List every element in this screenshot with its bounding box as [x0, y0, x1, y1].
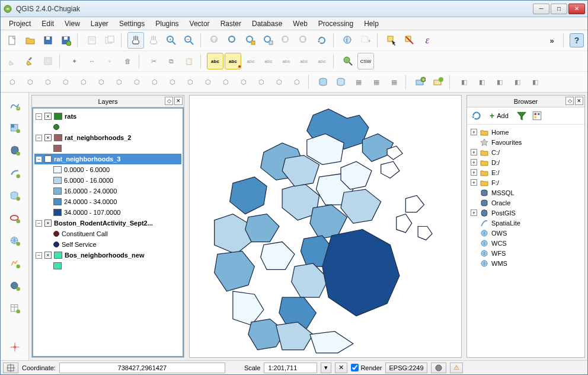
- maximize-button[interactable]: □: [551, 4, 567, 14]
- misc-3[interactable]: ◧: [491, 74, 508, 90]
- digitize-6[interactable]: ⬡: [93, 74, 110, 90]
- scale-lock-button[interactable]: ✕: [335, 363, 347, 373]
- browser-item[interactable]: +PostGIS: [468, 208, 583, 218]
- menu-settings[interactable]: Settings: [114, 18, 149, 29]
- add-wms-layer-button[interactable]: [5, 231, 24, 250]
- browser-panel-close-button[interactable]: ✕: [575, 97, 583, 105]
- zoom-last-button[interactable]: [278, 32, 295, 49]
- menu-vector[interactable]: Vector: [185, 18, 215, 29]
- add-vector-layer-button[interactable]: +: [5, 96, 24, 115]
- menu-help[interactable]: Help: [359, 18, 384, 29]
- browser-item[interactable]: WMS: [468, 258, 583, 268]
- messages-button[interactable]: ⚠: [450, 363, 463, 373]
- layer-visibility-checkbox[interactable]: ×: [44, 252, 52, 259]
- layer-row[interactable]: −×Boston_RodentActivity_Sept2...: [34, 218, 181, 228]
- browser-toggle-icon[interactable]: +: [471, 159, 477, 166]
- browser-item[interactable]: WCS: [468, 238, 583, 248]
- add-layer-2[interactable]: [430, 74, 446, 90]
- toolbar-overflow-button[interactable]: »: [544, 32, 560, 49]
- add-wcs-layer-button[interactable]: [5, 254, 24, 273]
- label-tool-4[interactable]: abc: [260, 53, 277, 69]
- misc-2[interactable]: ◧: [474, 74, 490, 90]
- help-button[interactable]: ?: [570, 33, 584, 47]
- layer-class-row[interactable]: 24.0000 - 34.0000: [52, 196, 181, 207]
- tree-toggle-icon[interactable]: −: [36, 113, 42, 120]
- browser-toggle-icon[interactable]: +: [471, 149, 477, 155]
- zoom-next-button[interactable]: [296, 32, 312, 49]
- browser-item[interactable]: Oracle: [468, 198, 583, 208]
- coordinate-field[interactable]: 738427,2961427: [59, 363, 225, 373]
- menu-edit[interactable]: Edit: [37, 18, 59, 29]
- menu-processing[interactable]: Processing: [314, 18, 358, 29]
- zoom-in-button[interactable]: +: [163, 32, 180, 49]
- node-tool-button[interactable]: ◦: [101, 53, 118, 69]
- toggle-extents-button[interactable]: [3, 363, 18, 373]
- layers-panel-close-button[interactable]: ✕: [174, 97, 183, 105]
- browser-item[interactable]: +D:/: [468, 157, 583, 167]
- misc-1[interactable]: ◧: [456, 74, 472, 90]
- digitize-4[interactable]: ⬡: [57, 74, 74, 90]
- current-edits-button[interactable]: [4, 53, 21, 69]
- db-1[interactable]: [315, 74, 331, 90]
- browser-collapse-button[interactable]: [531, 110, 543, 122]
- toggle-editing-button[interactable]: [22, 53, 39, 69]
- browser-item[interactable]: +F:/: [468, 177, 583, 188]
- digitize-2[interactable]: ⬡: [22, 74, 39, 90]
- tree-toggle-icon[interactable]: −: [36, 220, 42, 227]
- save-layer-edits-button[interactable]: [40, 53, 56, 69]
- browser-item[interactable]: +Home: [468, 127, 583, 137]
- menu-plugins[interactable]: Plugins: [151, 18, 183, 29]
- refresh-button[interactable]: [314, 32, 330, 49]
- digitize-5[interactable]: ⬡: [75, 74, 92, 90]
- zoom-out-button[interactable]: −: [181, 32, 197, 49]
- add-postgis-layer-button[interactable]: [5, 141, 24, 160]
- new-project-button[interactable]: [4, 32, 21, 49]
- label-tool-7[interactable]: abc: [314, 53, 330, 69]
- digitize-15[interactable]: ⬡: [253, 74, 270, 90]
- digitize-8[interactable]: ⬡: [129, 74, 145, 90]
- digitize-9[interactable]: ⬡: [146, 74, 163, 90]
- save-project-button[interactable]: [40, 32, 56, 49]
- digitize-17[interactable]: ⬡: [289, 74, 305, 90]
- menu-view[interactable]: View: [60, 18, 85, 29]
- digitize-10[interactable]: ⬡: [164, 74, 181, 90]
- delete-selected-button[interactable]: 🗑: [119, 53, 136, 69]
- digitize-1[interactable]: ⬡: [4, 74, 21, 90]
- layer-class-row[interactable]: Constituent Call: [52, 228, 181, 239]
- add-oracle-layer-button[interactable]: [5, 209, 24, 228]
- digitize-16[interactable]: ⬡: [271, 74, 287, 90]
- tree-toggle-icon[interactable]: −: [36, 156, 42, 163]
- zoom-selection-button[interactable]: [242, 32, 259, 49]
- layer-class-row[interactable]: Self Service: [52, 239, 181, 250]
- browser-toggle-icon[interactable]: +: [471, 169, 477, 176]
- new-print-composer-button[interactable]: [84, 32, 100, 49]
- digitize-13[interactable]: ⬡: [218, 74, 234, 90]
- digitize-11[interactable]: ⬡: [182, 74, 199, 90]
- digitize-12[interactable]: ⬡: [200, 74, 216, 90]
- layers-panel-detach-button[interactable]: ◇: [165, 97, 173, 105]
- add-layer-1[interactable]: +: [412, 74, 429, 90]
- pan-to-selection-button[interactable]: [145, 32, 162, 49]
- tree-toggle-icon[interactable]: −: [36, 252, 42, 259]
- misc-4[interactable]: ◧: [509, 74, 526, 90]
- browser-toggle-icon[interactable]: +: [471, 179, 477, 186]
- crs-button[interactable]: EPSG:2249: [385, 363, 427, 373]
- db-5[interactable]: ▦: [386, 74, 402, 90]
- layer-class-row[interactable]: 6.0000 - 16.0000: [52, 175, 181, 186]
- layer-row[interactable]: −×rat_neighborhoods_3: [34, 154, 181, 164]
- label-tool-1[interactable]: abc: [207, 53, 223, 69]
- add-mssql-layer-button[interactable]: [5, 186, 24, 205]
- menu-layer[interactable]: Layer: [86, 18, 113, 29]
- layer-visibility-checkbox[interactable]: ×: [44, 134, 52, 141]
- browser-panel-detach-button[interactable]: ◇: [565, 97, 574, 105]
- composer-manager-button[interactable]: [101, 32, 118, 49]
- open-project-button[interactable]: [22, 32, 39, 49]
- close-button[interactable]: ✕: [568, 4, 585, 14]
- db-2[interactable]: [333, 74, 349, 90]
- layer-row[interactable]: −×rats: [34, 111, 181, 122]
- browser-add-button[interactable]: +Add: [486, 110, 512, 122]
- menu-database[interactable]: Database: [247, 18, 287, 29]
- browser-toggle-icon[interactable]: +: [471, 209, 477, 216]
- scale-field[interactable]: 1:201,711: [264, 363, 317, 373]
- save-project-as-button[interactable]: [57, 32, 74, 49]
